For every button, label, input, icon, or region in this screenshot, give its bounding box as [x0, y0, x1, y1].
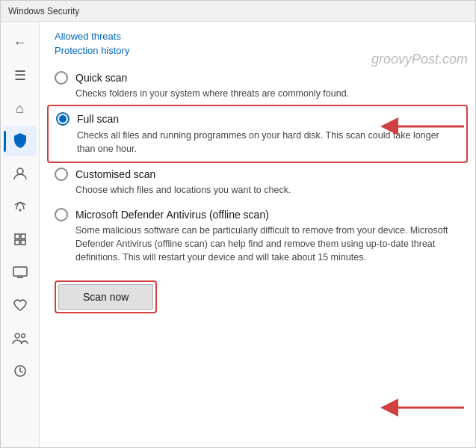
- family-icon: [12, 331, 28, 347]
- shield-icon: [13, 132, 28, 151]
- quick-scan-radio[interactable]: [55, 71, 68, 85]
- customised-scan-desc: Choose which files and locations you wan…: [75, 183, 460, 197]
- back-icon: ←: [13, 36, 27, 49]
- quick-scan-label: Quick scan: [75, 72, 127, 84]
- sidebar-item-network[interactable]: [4, 192, 37, 222]
- offline-scan-label: Microsoft Defender Antivirus (offline sc…: [75, 209, 269, 221]
- scan-options: Quick scan Checks folders in your system…: [55, 71, 460, 264]
- svg-point-8: [21, 334, 25, 337]
- apps-icon: [13, 232, 28, 249]
- menu-icon: ☰: [14, 69, 26, 82]
- full-scan-label: Full scan: [77, 113, 119, 125]
- sidebar-item-back[interactable]: ←: [4, 28, 37, 58]
- customised-scan-header[interactable]: Customised scan: [55, 168, 460, 181]
- sidebar-item-account[interactable]: [4, 159, 37, 189]
- content-area: ← ☰ ⌂: [1, 22, 475, 447]
- sidebar-item-device[interactable]: [4, 258, 37, 288]
- scan-btn-area: Scan now: [55, 280, 460, 313]
- svg-rect-2: [15, 234, 19, 239]
- svg-point-7: [15, 334, 19, 338]
- scan-now-button[interactable]: Scan now: [58, 284, 153, 310]
- svg-point-0: [17, 168, 23, 174]
- home-icon: ⌂: [16, 102, 24, 115]
- full-scan-option: Full scan Checks all files and running p…: [55, 111, 460, 157]
- quick-scan-header[interactable]: Quick scan: [55, 71, 460, 85]
- full-scan-desc: Checks all files and running programmes …: [77, 129, 459, 156]
- customised-scan-label: Customised scan: [75, 168, 155, 180]
- customised-scan-option: Customised scan Choose which files and l…: [55, 168, 460, 197]
- customised-scan-radio[interactable]: [55, 168, 68, 181]
- offline-scan-desc: Some malicious software can be particula…: [75, 224, 460, 264]
- sidebar-item-family[interactable]: [4, 324, 37, 354]
- sidebar-item-apps[interactable]: [4, 225, 37, 255]
- offline-scan-radio[interactable]: [55, 208, 68, 221]
- account-icon: [13, 166, 28, 183]
- svg-point-1: [19, 209, 21, 211]
- history-icon: [13, 363, 28, 381]
- full-scan-highlight-box: Full scan Checks all files and running p…: [47, 105, 468, 163]
- scan-btn-wrapper: Scan now: [55, 280, 157, 313]
- full-scan-radio[interactable]: [56, 112, 69, 126]
- quick-scan-desc: Checks folders in your system where thre…: [75, 87, 460, 100]
- health-icon: [13, 298, 28, 314]
- sidebar: ← ☰ ⌂: [1, 22, 40, 447]
- main-content: Allowed threats Protection history Quick…: [40, 22, 475, 447]
- full-scan-header[interactable]: Full scan: [56, 112, 459, 126]
- scan-now-arrow: [371, 389, 468, 426]
- windows-security-window: Windows Security ← ☰ ⌂: [0, 0, 476, 448]
- network-icon: [13, 199, 28, 216]
- device-icon: [12, 266, 28, 281]
- offline-scan-option: Microsoft Defender Antivirus (offline sc…: [55, 208, 460, 264]
- svg-rect-5: [21, 240, 25, 245]
- svg-rect-6: [13, 267, 27, 276]
- titlebar-title: Windows Security: [8, 6, 79, 16]
- sidebar-item-history[interactable]: [4, 357, 37, 387]
- protection-history-link[interactable]: Protection history: [55, 45, 460, 56]
- sidebar-item-menu[interactable]: ☰: [4, 61, 37, 90]
- sidebar-item-health[interactable]: [4, 291, 37, 321]
- nav-links: Allowed threats Protection history: [55, 31, 460, 56]
- svg-rect-3: [21, 234, 25, 239]
- offline-scan-header[interactable]: Microsoft Defender Antivirus (offline sc…: [55, 208, 460, 221]
- titlebar: Windows Security: [1, 1, 475, 22]
- quick-scan-option: Quick scan Checks folders in your system…: [55, 71, 460, 100]
- sidebar-item-home[interactable]: ⌂: [4, 93, 37, 123]
- sidebar-item-shield[interactable]: [4, 126, 37, 156]
- allowed-threats-link[interactable]: Allowed threats: [55, 31, 460, 42]
- svg-rect-4: [15, 240, 19, 245]
